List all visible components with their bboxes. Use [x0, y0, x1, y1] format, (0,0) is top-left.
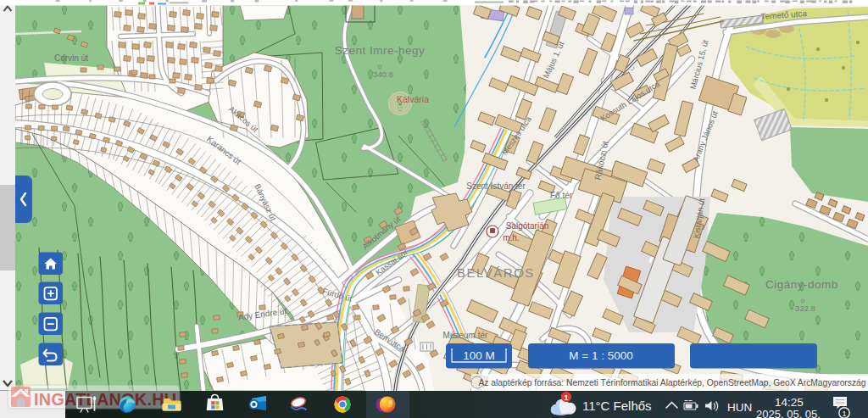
- svg-text:M = 1 : 5000: M = 1 : 5000: [569, 349, 632, 362]
- svg-text:Múzeum tér: Múzeum tér: [443, 331, 488, 340]
- svg-text:2025. 05. 05.: 2025. 05. 05.: [756, 408, 821, 418]
- svg-text:1: 1: [564, 393, 568, 402]
- svg-text:340.8: 340.8: [373, 70, 393, 79]
- svg-text:Kálvária: Kálvária: [397, 94, 429, 104]
- svg-text:Corvin út: Corvin út: [54, 53, 88, 63]
- svg-text:Salgótarján: Salgótarján: [506, 221, 549, 231]
- svg-text:HUN: HUN: [727, 401, 752, 414]
- svg-text:Fő tér: Fő tér: [550, 191, 573, 200]
- svg-text:Szent Imre-hegy: Szent Imre-hegy: [335, 44, 426, 57]
- svg-text:1: 1: [842, 410, 846, 418]
- svg-text:Az alaptérkép forrása: Nemzeti: Az alaptérkép forrása: Nemzeti Térinform…: [478, 378, 865, 387]
- svg-text:14:25: 14:25: [775, 396, 804, 409]
- svg-text:Szent István tér: Szent István tér: [466, 181, 526, 191]
- svg-text:322.8: 322.8: [795, 304, 815, 313]
- svg-text:BELVÁROS: BELVÁROS: [457, 265, 535, 280]
- svg-text:100 M: 100 M: [463, 349, 495, 362]
- svg-text:m.h.: m.h.: [503, 233, 519, 242]
- svg-text:11°C Felhős: 11°C Felhős: [582, 398, 652, 413]
- svg-text:Cigány-domb: Cigány-domb: [765, 278, 838, 291]
